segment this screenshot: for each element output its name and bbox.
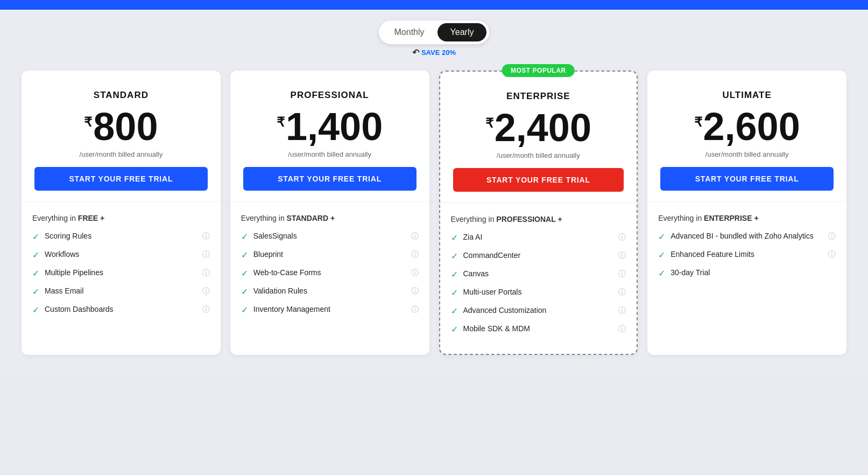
plan-price-row-professional: ₹ 1,400: [243, 107, 417, 146]
plan-features-ultimate: Everything in ENTERPRISE + ✓ Advanced BI…: [647, 202, 846, 298]
save-label: ↶ SAVE 20%: [412, 47, 456, 58]
monthly-toggle[interactable]: Monthly: [382, 23, 437, 41]
info-icon[interactable]: ⓘ: [618, 324, 626, 334]
info-icon[interactable]: ⓘ: [411, 305, 419, 315]
plan-price-professional: 1,400: [286, 107, 383, 146]
feature-text: Advanced Customization: [463, 305, 619, 315]
plan-features-enterprise: Everything in PROFESSIONAL + ✓ Zia AI ⓘ …: [440, 203, 637, 354]
feature-item: ✓ SalesSignals ⓘ: [241, 231, 419, 242]
info-icon[interactable]: ⓘ: [618, 251, 626, 261]
yearly-toggle[interactable]: Yearly: [437, 23, 487, 41]
check-icon: ✓: [658, 232, 665, 242]
plan-top-ultimate: ULTIMATE ₹ 2,600 /user/month billed annu…: [647, 71, 846, 202]
save-arrow-icon: ↶: [412, 47, 419, 58]
features-header-enterprise: Everything in PROFESSIONAL +: [451, 215, 626, 223]
plan-card-standard: STANDARD ₹ 800 /user/month billed annual…: [22, 71, 221, 355]
plans-grid: STANDARD ₹ 800 /user/month billed annual…: [22, 71, 846, 355]
plan-features-professional: Everything in STANDARD + ✓ SalesSignals …: [230, 202, 429, 334]
currency-symbol-ultimate: ₹: [694, 115, 702, 130]
feature-text: Multi-user Portals: [463, 287, 619, 297]
feature-item: ✓ Blueprint ⓘ: [241, 249, 419, 260]
page-content: Monthly Yearly ↶ SAVE 20% STANDARD ₹ 800…: [0, 10, 868, 376]
check-icon: ✓: [32, 232, 39, 242]
check-icon: ✓: [32, 305, 39, 315]
plan-card-professional: PROFESSIONAL ₹ 1,400 /user/month billed …: [230, 71, 429, 355]
feature-item: ✓ Validation Rules ⓘ: [241, 286, 419, 297]
cta-button-professional[interactable]: START YOUR FREE TRIAL: [243, 167, 417, 191]
feature-item: ✓ Scoring Rules ⓘ: [32, 231, 210, 242]
check-icon: ✓: [451, 251, 458, 261]
info-icon[interactable]: ⓘ: [828, 232, 836, 241]
cta-button-standard[interactable]: START YOUR FREE TRIAL: [34, 167, 208, 191]
feature-item: ✓ Multi-user Portals ⓘ: [451, 287, 626, 298]
feature-item: ✓ Enhanced Feature Limits ⓘ: [658, 249, 836, 260]
plan-billing-enterprise: /user/month billed annually: [453, 151, 624, 159]
info-icon[interactable]: ⓘ: [828, 250, 836, 260]
feature-item: ✓ Custom Dashboards ⓘ: [32, 304, 210, 315]
feature-item: ✓ Workflows ⓘ: [32, 249, 210, 260]
most-popular-badge: MOST POPULAR: [502, 64, 575, 77]
feature-text: 30-day Trial: [671, 268, 836, 277]
features-header-ultimate: Everything in ENTERPRISE +: [658, 214, 836, 222]
feature-text: Canvas: [463, 269, 619, 278]
plan-features-standard: Everything in FREE + ✓ Scoring Rules ⓘ ✓…: [22, 202, 221, 334]
feature-text: Multiple Pipelines: [45, 268, 202, 277]
plan-name-enterprise: ENTERPRISE: [453, 91, 624, 102]
feature-text: Enhanced Feature Limits: [671, 249, 828, 259]
plan-card-ultimate: ULTIMATE ₹ 2,600 /user/month billed annu…: [647, 71, 846, 355]
info-icon[interactable]: ⓘ: [411, 250, 419, 260]
plan-name-ultimate: ULTIMATE: [660, 90, 834, 101]
info-icon[interactable]: ⓘ: [202, 250, 210, 260]
info-icon[interactable]: ⓘ: [202, 232, 210, 241]
feature-text: Blueprint: [253, 249, 411, 259]
feature-item: ✓ Multiple Pipelines ⓘ: [32, 268, 210, 278]
plan-price-enterprise: 2,400: [495, 108, 591, 147]
check-icon: ✓: [32, 287, 39, 297]
feature-item: ✓ Web-to-Case Forms ⓘ: [241, 268, 419, 278]
info-icon[interactable]: ⓘ: [202, 268, 210, 278]
check-icon: ✓: [241, 250, 248, 260]
plan-price-standard: 800: [93, 107, 158, 146]
plan-top-standard: STANDARD ₹ 800 /user/month billed annual…: [22, 71, 221, 202]
cta-button-enterprise[interactable]: START YOUR FREE TRIAL: [453, 168, 624, 192]
info-icon[interactable]: ⓘ: [618, 288, 626, 297]
features-header-professional: Everything in STANDARD +: [241, 214, 419, 222]
save-text: SAVE 20%: [421, 48, 456, 57]
feature-text: Custom Dashboards: [45, 304, 202, 314]
feature-text: Mobile SDK & MDM: [463, 324, 619, 333]
feature-item: ✓ Mobile SDK & MDM ⓘ: [451, 324, 626, 334]
currency-symbol-enterprise: ₹: [485, 116, 493, 131]
feature-item: ✓ Inventory Management ⓘ: [241, 304, 419, 315]
billing-toggle-pill[interactable]: Monthly Yearly: [379, 20, 490, 44]
feature-text: Scoring Rules: [45, 231, 202, 241]
plan-billing-professional: /user/month billed annually: [243, 150, 417, 158]
plan-name-standard: STANDARD: [34, 90, 208, 101]
info-icon[interactable]: ⓘ: [618, 269, 626, 279]
check-icon: ✓: [658, 268, 665, 278]
feature-item: ✓ Advanced Customization ⓘ: [451, 305, 626, 316]
cta-button-ultimate[interactable]: START YOUR FREE TRIAL: [660, 167, 834, 191]
feature-item: ✓ 30-day Trial: [658, 268, 836, 278]
feature-text: SalesSignals: [253, 231, 411, 241]
feature-item: ✓ Canvas ⓘ: [451, 269, 626, 280]
info-icon[interactable]: ⓘ: [202, 305, 210, 315]
feature-text: Web-to-Case Forms: [253, 268, 411, 277]
info-icon[interactable]: ⓘ: [618, 306, 626, 316]
check-icon: ✓: [451, 324, 458, 334]
info-icon[interactable]: ⓘ: [618, 233, 626, 242]
plan-billing-ultimate: /user/month billed annually: [660, 150, 834, 158]
info-icon[interactable]: ⓘ: [202, 287, 210, 296]
info-icon[interactable]: ⓘ: [411, 287, 419, 296]
feature-text: Validation Rules: [253, 286, 411, 296]
feature-text: CommandCenter: [463, 250, 619, 260]
check-icon: ✓: [451, 269, 458, 280]
info-icon[interactable]: ⓘ: [411, 232, 419, 241]
check-icon: ✓: [658, 250, 665, 260]
check-icon: ✓: [32, 250, 39, 260]
plan-top-professional: PROFESSIONAL ₹ 1,400 /user/month billed …: [230, 71, 429, 202]
check-icon: ✓: [241, 232, 248, 242]
check-icon: ✓: [32, 268, 39, 278]
plan-price-row-standard: ₹ 800: [34, 107, 208, 146]
feature-text: Workflows: [45, 249, 202, 259]
info-icon[interactable]: ⓘ: [411, 268, 419, 278]
